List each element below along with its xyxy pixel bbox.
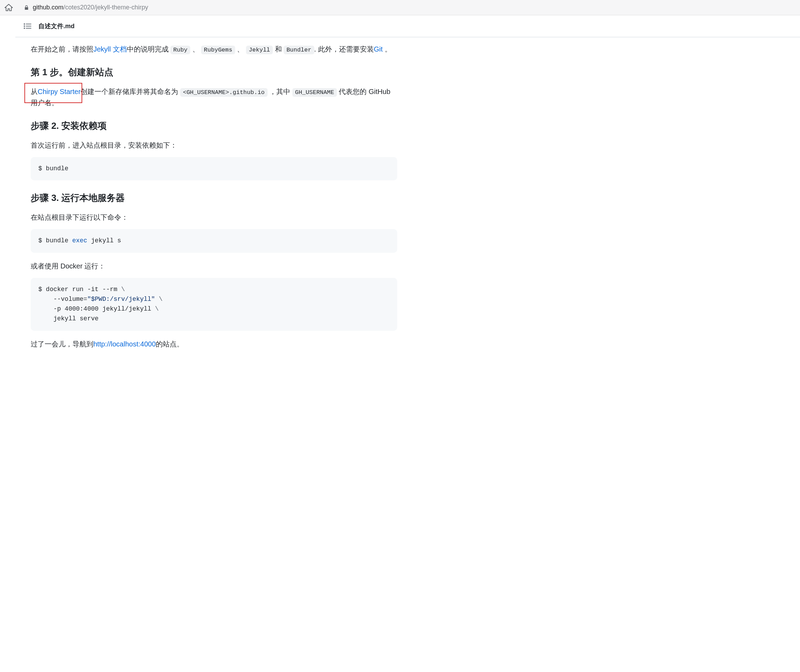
step2-code[interactable]: $ bundle (30, 157, 397, 181)
intro-paragraph: 在开始之前，请按照Jekyll 文档中的说明完成 Ruby 、 RubyGems… (30, 43, 397, 54)
svg-rect-5 (26, 28, 31, 29)
home-icon[interactable] (4, 3, 13, 12)
url-display[interactable]: github.com/cotes2020/jekyll-theme-chirpy (33, 4, 148, 11)
code-jekyll: Jekyll (246, 46, 273, 54)
step3-paragraph-2: 或者使用 Docker 运行： (30, 261, 397, 272)
readme-sticky-header: 自述文件.md (15, 15, 800, 37)
readme-body: 在开始之前，请按照Jekyll 文档中的说明完成 Ruby 、 RubyGems… (15, 43, 412, 370)
code-bundler: Bundler (284, 46, 314, 54)
link-jekyll-docs[interactable]: Jekyll 文档 (93, 45, 127, 53)
step2-paragraph: 首次运行前，进入站点根目录，安装依赖如下： (30, 140, 397, 151)
lock-icon[interactable] (24, 5, 29, 10)
svg-point-0 (24, 23, 25, 25)
step3-heading: 步骤 3. 运行本地服务器 (30, 191, 397, 205)
step1-heading: 第 1 步。创建新站点 (30, 65, 397, 80)
step2-heading: 步骤 2. 安装依赖项 (30, 119, 397, 133)
readme-title: 自述文件.md (38, 22, 75, 30)
svg-point-2 (24, 26, 25, 27)
browser-address-bar: github.com/cotes2020/jekyll-theme-chirpy (0, 0, 800, 15)
step1-paragraph: 从Chirpy Starter创建一个新存储库并将其命名为 <GH_USERNA… (30, 86, 397, 108)
step3-paragraph-3: 过了一会儿，导航到http://localhost:4000的站点。 (30, 338, 397, 350)
toc-icon[interactable] (24, 23, 31, 29)
step3-code-1[interactable]: $ bundle exec jekyll s (30, 229, 397, 253)
svg-rect-3 (26, 26, 31, 26)
code-ruby: Ruby (170, 46, 190, 54)
svg-point-4 (24, 27, 25, 29)
svg-rect-1 (26, 24, 31, 24)
code-repo-name: <GH_USERNAME>.github.io (180, 88, 268, 97)
step3-code-2[interactable]: $ docker run -it --rm \ --volume="$PWD:/… (30, 278, 397, 331)
code-rubygems: RubyGems (201, 46, 235, 54)
link-git[interactable]: Git (374, 45, 383, 53)
code-gh-username: GH_USERNAME (292, 88, 337, 97)
link-chirpy-starter[interactable]: Chirpy Starter (38, 88, 80, 95)
link-localhost[interactable]: http://localhost:4000 (93, 340, 156, 348)
step3-paragraph-1: 在站点根目录下运行以下命令： (30, 212, 397, 223)
